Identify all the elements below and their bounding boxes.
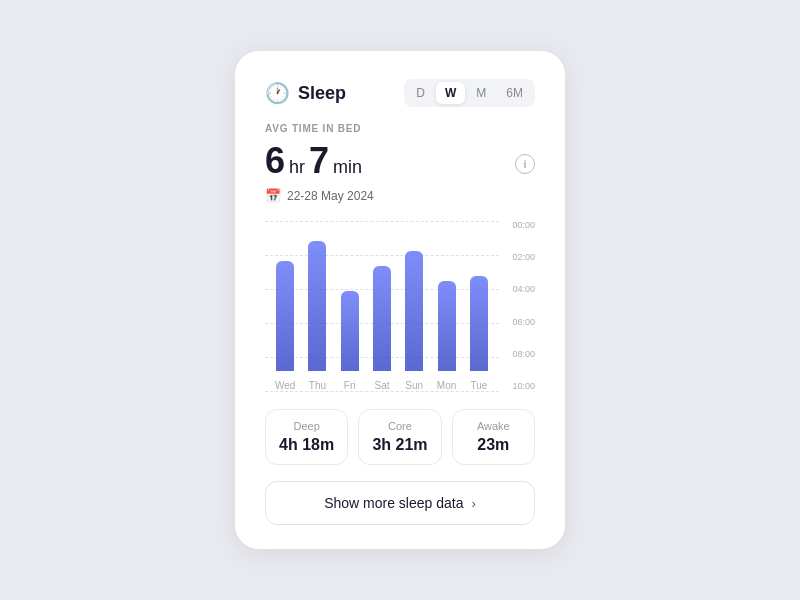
period-tab-d[interactable]: D: [407, 82, 434, 104]
bar-sun: [405, 251, 423, 371]
bar-wrapper-6: [470, 276, 488, 371]
stat-box-awake: Awake23m: [452, 409, 535, 465]
avg-value-row: 6 hr 7 min i: [265, 140, 535, 188]
bar-sat: [373, 266, 391, 371]
bar-tue: [470, 276, 488, 371]
card-title: Sleep: [298, 83, 346, 104]
grid-label-1: 02:00: [499, 253, 535, 262]
avg-min-unit: min: [333, 157, 362, 178]
stat-value-deep: 4h 18m: [274, 436, 339, 454]
period-tab-w[interactable]: W: [436, 82, 465, 104]
day-label-tue: Tue: [465, 380, 493, 391]
period-tabs: DWM6M: [404, 79, 535, 107]
stat-label-awake: Awake: [461, 420, 526, 432]
bar-wrapper-3: [373, 266, 391, 371]
bar-wrapper-0: [276, 261, 294, 371]
bar-fri: [341, 291, 359, 371]
bar-thu: [308, 241, 326, 371]
calendar-icon: 📅: [265, 188, 281, 203]
bar-col-fri: [336, 291, 364, 371]
day-label-sat: Sat: [368, 380, 396, 391]
stat-label-core: Core: [367, 420, 432, 432]
bar-wrapper-2: [341, 291, 359, 371]
grid-label-5: 10:00: [499, 382, 535, 391]
stat-value-core: 3h 21m: [367, 436, 432, 454]
show-more-label: Show more sleep data: [324, 495, 463, 511]
period-tab-m[interactable]: M: [467, 82, 495, 104]
sleep-card: 🕐 Sleep DWM6M AVG TIME IN BED 6 hr 7 min…: [235, 51, 565, 549]
stat-label-deep: Deep: [274, 420, 339, 432]
bar-col-wed: [271, 261, 299, 371]
sleep-icon: 🕐: [265, 81, 290, 105]
bar-col-sun: [400, 251, 428, 371]
period-tab-6m[interactable]: 6M: [497, 82, 532, 104]
show-more-button[interactable]: Show more sleep data ›: [265, 481, 535, 525]
bar-wrapper-4: [405, 251, 423, 371]
info-button[interactable]: i: [515, 154, 535, 174]
avg-label: AVG TIME IN BED: [265, 123, 535, 134]
grid-label-3: 06:00: [499, 318, 535, 327]
stat-box-core: Core3h 21m: [358, 409, 441, 465]
bar-mon: [438, 281, 456, 371]
day-label-sun: Sun: [400, 380, 428, 391]
bar-wrapper-5: [438, 281, 456, 371]
day-label-wed: Wed: [271, 380, 299, 391]
stat-value-awake: 23m: [461, 436, 526, 454]
bars-container: [265, 225, 499, 371]
date-range-text: 22-28 May 2024: [287, 189, 374, 203]
day-label-thu: Thu: [303, 380, 331, 391]
day-label-fri: Fri: [336, 380, 364, 391]
date-range: 📅 22-28 May 2024: [265, 188, 535, 203]
chart-area: 00:0002:0004:0006:0008:0010:00 WedThuFri…: [265, 221, 535, 391]
bar-wrapper-1: [308, 241, 326, 371]
bar-col-tue: [465, 276, 493, 371]
grid-line-5: [265, 391, 499, 392]
day-labels: WedThuFriSatSunMonTue: [265, 380, 499, 391]
stat-box-deep: Deep4h 18m: [265, 409, 348, 465]
avg-minutes: 7: [309, 140, 329, 182]
avg-value: 6 hr 7 min: [265, 140, 362, 182]
bar-wed: [276, 261, 294, 371]
grid-label-4: 08:00: [499, 350, 535, 359]
bar-col-sat: [368, 266, 396, 371]
bar-col-mon: [433, 281, 461, 371]
sleep-stats: Deep4h 18mCore3h 21mAwake23m: [265, 409, 535, 465]
avg-hr-unit: hr: [289, 157, 305, 178]
grid-line-0: [265, 221, 499, 222]
card-header: 🕐 Sleep DWM6M: [265, 79, 535, 107]
title-area: 🕐 Sleep: [265, 81, 346, 105]
chevron-icon: ›: [471, 496, 475, 511]
avg-hours: 6: [265, 140, 285, 182]
bar-col-thu: [303, 241, 331, 371]
grid-label-0: 00:00: [499, 221, 535, 230]
grid-labels: 00:0002:0004:0006:0008:0010:00: [499, 221, 535, 391]
day-label-mon: Mon: [433, 380, 461, 391]
grid-label-2: 04:00: [499, 285, 535, 294]
